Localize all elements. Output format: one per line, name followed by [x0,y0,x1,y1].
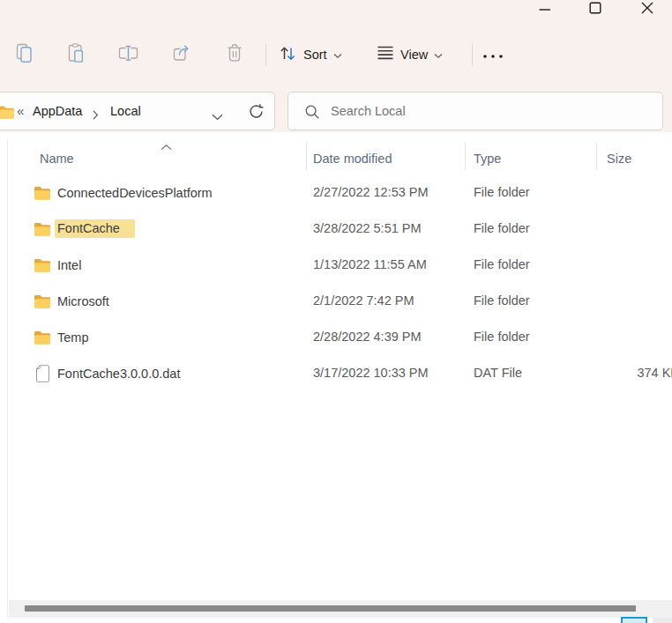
close-icon [641,2,653,18]
table-row[interactable]: Temp 2/28/2022 4:39 PM File folder [9,319,672,355]
table-row[interactable]: Microsoft 2/1/2022 7:42 PM File folder [9,283,672,319]
sort-button[interactable]: Sort [279,41,342,68]
copy-button[interactable] [12,41,35,68]
delete-icon [224,42,245,68]
share-icon [171,42,193,68]
file-type: DAT File [474,355,522,391]
sort-icon [279,44,297,66]
toolbar-separator [265,43,266,66]
file-type: File folder [474,211,530,247]
folder-icon [34,222,51,236]
file-type: File folder [474,174,530,211]
breadcrumb-overflow-chevron[interactable]: « [17,93,24,130]
column-header-type[interactable]: Type [474,144,501,174]
minimize-button[interactable] [532,0,558,19]
table-row[interactable]: FontCache 3/28/2022 5:51 PM File folder [9,211,672,247]
breadcrumb-item-appdata[interactable]: AppData [33,93,82,130]
file-size [579,174,672,211]
file-date-modified: 2/27/2022 12:53 PM [313,174,429,211]
copy-icon [14,42,34,68]
sort-ascending-caret-icon [161,138,172,154]
file-size [579,319,672,355]
minimize-icon [539,2,551,18]
file-date-modified: 2/1/2022 7:42 PM [313,283,414,319]
address-folder-icon[interactable] [0,105,15,122]
view-icon [377,44,394,65]
maximize-button[interactable] [582,0,609,19]
folder-icon [34,258,51,272]
column-header-name[interactable]: Name [40,144,74,174]
rename-icon [116,42,140,68]
table-row[interactable]: Intel 1/13/2022 11:55 AM File folder [9,247,672,283]
pane-left-border [7,139,8,618]
file-name: Temp [55,319,88,355]
taskbar-item[interactable] [653,618,672,623]
paste-button[interactable] [64,41,87,68]
file-name: Intel [55,247,81,283]
file-type: File folder [474,319,530,355]
file-name: FontCache [55,211,135,247]
file-type: File folder [474,247,530,283]
column-header-date-modified[interactable]: Date modified [313,144,392,174]
view-button[interactable]: View [377,41,443,68]
sort-label: Sort [303,48,327,62]
file-icon [35,365,50,382]
horizontal-scrollbar-thumb[interactable] [25,605,636,612]
refresh-icon[interactable] [248,103,265,123]
delete-button[interactable] [223,41,246,68]
address-dropdown-chevron-icon[interactable] [212,108,223,124]
paste-icon [65,42,86,68]
search-box[interactable] [287,92,663,130]
chevron-down-icon [434,47,443,63]
column-header-size[interactable]: Size [607,144,631,174]
file-size [579,211,672,247]
column-divider[interactable] [306,142,307,170]
table-row[interactable]: FontCache3.0.0.0.dat 3/17/2022 10:33 PM … [9,355,672,391]
table-row[interactable]: ConnectedDevicesPlatform 2/27/2022 12:53… [9,174,672,211]
toolbar-separator [472,43,473,66]
more-options-button[interactable] [481,41,505,68]
file-date-modified: 3/17/2022 10:33 PM [313,355,429,391]
search-input[interactable] [331,93,648,130]
chevron-right-icon[interactable] [93,108,99,123]
share-button[interactable] [170,41,193,68]
close-button[interactable] [634,0,661,19]
file-name: FontCache3.0.0.0.dat [55,355,180,391]
file-type: File folder [474,283,530,319]
column-divider[interactable] [465,142,466,170]
file-date-modified: 1/13/2022 11:55 AM [313,247,427,283]
search-icon [304,104,320,123]
file-name: Microsoft [55,283,109,319]
more-icon [482,47,504,63]
file-explorer-window: Sort View « AppDat [0,0,672,623]
file-size [579,283,672,319]
maximize-icon [589,2,601,18]
address-bar[interactable]: « AppData Local [0,92,275,130]
file-date-modified: 2/28/2022 4:39 PM [313,319,422,355]
chevron-down-icon [333,47,342,63]
view-label: View [400,48,428,62]
file-size: 374 KB [579,355,672,391]
taskbar-item-active[interactable] [621,617,647,623]
file-date-modified: 3/28/2022 5:51 PM [313,211,422,247]
folder-icon [34,330,51,345]
search-match-highlight: FontCache [55,219,135,238]
rename-button[interactable] [116,41,140,68]
column-divider[interactable] [596,142,597,170]
file-name: ConnectedDevicesPlatform [55,174,213,211]
folder-icon [34,186,51,200]
file-size [579,247,672,283]
breadcrumb-item-local[interactable]: Local [110,93,141,130]
folder-icon [34,294,51,308]
